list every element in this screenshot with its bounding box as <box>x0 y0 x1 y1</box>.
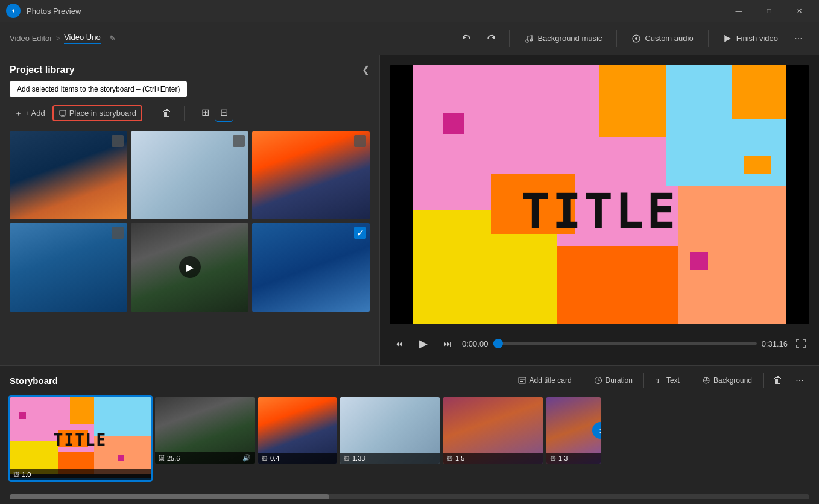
add-label: + Add <box>25 109 45 118</box>
duration-label: Duration <box>606 376 633 385</box>
duration-button[interactable]: Duration <box>588 373 639 388</box>
svg-rect-14 <box>557 246 678 324</box>
background-music-button[interactable]: Background music <box>517 30 609 47</box>
view-list-button[interactable]: ⊟ <box>215 104 233 122</box>
place-in-storyboard-button[interactable]: Place in storyboard <box>52 105 142 121</box>
add-button[interactable]: ＋ + Add <box>10 106 50 121</box>
panel-title: Project library <box>10 65 75 75</box>
sb-divider3 <box>691 373 691 388</box>
clip-duration: 25.6 <box>167 455 180 462</box>
toolbar-divider3 <box>708 30 709 47</box>
add-title-card-button[interactable]: Add title card <box>512 373 578 388</box>
svg-point-4 <box>530 39 533 41</box>
app-name: Photos Preview <box>27 7 81 16</box>
close-button[interactable]: ✕ <box>785 0 813 22</box>
svg-rect-12 <box>732 65 786 119</box>
scrollbar-thumb[interactable] <box>10 494 329 499</box>
video-preview: TITLE <box>390 65 809 324</box>
left-panel: Project library ❮ Add selected items to … <box>0 55 380 365</box>
video-editor-link[interactable]: Video Editor <box>10 34 52 43</box>
clip-icon: 🖼 <box>344 455 350 462</box>
redo-button[interactable] <box>480 28 502 49</box>
storyboard-clip[interactable]: 🖼 1.3 › <box>546 397 601 464</box>
svg-rect-21 <box>519 377 526 383</box>
sb-divider1 <box>583 373 583 388</box>
total-time: 0:31.16 <box>762 339 788 348</box>
undo-button[interactable] <box>456 28 478 49</box>
media-item[interactable]: ✓ <box>252 223 370 311</box>
clip-icon: 🖼 <box>159 455 165 461</box>
storyboard-delete-button[interactable]: 🗑 <box>768 371 788 390</box>
toolbar-actions: Background music Custom audio Finish vid… <box>456 28 809 49</box>
clip-duration: 1.5 <box>455 455 464 462</box>
project-name: Video Uno <box>64 33 100 44</box>
svg-rect-8 <box>60 110 66 115</box>
skip-back-button[interactable]: ⏮ <box>390 334 409 353</box>
panel-collapse-button[interactable]: ❮ <box>362 64 370 75</box>
toolbar: Video Editor > Video Uno ✎ Background mu… <box>0 22 819 55</box>
media-item[interactable] <box>252 131 370 219</box>
more-options-button[interactable]: ··· <box>788 28 809 49</box>
clip-label: 🖼 1.3 <box>546 453 601 464</box>
media-item[interactable]: ▶ <box>131 223 248 311</box>
play-icon: ▶ <box>179 256 201 278</box>
clip-label: 🖼 1.0 <box>10 469 151 480</box>
svg-marker-1 <box>463 36 466 39</box>
scrollbar[interactable] <box>10 494 809 499</box>
play-button[interactable]: ▶ <box>414 334 433 353</box>
maximize-button[interactable]: □ <box>755 0 783 22</box>
storyboard-clip[interactable]: 🖼 1.33 <box>340 397 440 464</box>
delete-button[interactable]: 🗑 <box>157 106 177 121</box>
clip-label: 🖼 1.5 <box>443 453 543 464</box>
storyboard-title: Storyboard <box>10 376 58 386</box>
breadcrumb-sep: > <box>56 34 61 43</box>
clip-duration: 1.0 <box>22 471 31 478</box>
background-button[interactable]: Background <box>696 373 758 388</box>
progress-bar[interactable] <box>493 342 756 345</box>
skip-forward-button[interactable]: ⏭ <box>438 334 457 353</box>
media-checkbox[interactable] <box>112 135 124 147</box>
sb-divider4 <box>763 373 764 388</box>
audio-icon: 🔊 <box>242 454 251 462</box>
back-button[interactable] <box>6 4 21 18</box>
current-time: 0:00.00 <box>462 339 488 348</box>
media-item[interactable] <box>10 223 127 311</box>
window-controls: — □ ✕ <box>725 0 813 22</box>
view-grid-button[interactable]: ⊞ <box>197 104 214 122</box>
svg-marker-2 <box>492 36 495 39</box>
media-item[interactable] <box>131 131 248 219</box>
storyboard-clip[interactable]: 🖼 0.4 <box>258 397 337 464</box>
svg-rect-36 <box>19 412 26 419</box>
storyboard-clip[interactable]: 🖼 25.6 🔊 <box>155 397 255 464</box>
custom-audio-label: Custom audio <box>645 34 693 43</box>
clip-icon: 🖼 <box>262 455 268 462</box>
storyboard-clips: TITLE 🖼 1.0 🖼 25.6 🔊 🖼 0.4 <box>0 395 819 494</box>
media-checkbox[interactable] <box>354 135 366 147</box>
place-label: Place in storyboard <box>69 109 136 118</box>
tooltip-bar: Add selected items to the storyboard – (… <box>10 81 187 97</box>
storyboard-clip[interactable]: 🖼 1.5 <box>443 397 543 464</box>
fullscreen-button[interactable] <box>792 335 809 352</box>
clip-icon: 🖼 <box>13 471 19 478</box>
custom-audio-button[interactable]: Custom audio <box>624 30 700 47</box>
media-checkbox-selected[interactable]: ✓ <box>354 227 366 239</box>
media-item[interactable] <box>10 131 127 219</box>
storyboard-area: Storyboard Add title card Duration T Tex… <box>0 365 819 504</box>
edit-icon[interactable]: ✎ <box>109 34 116 43</box>
svg-rect-19 <box>744 156 771 174</box>
text-button[interactable]: T Text <box>649 373 686 388</box>
minimize-button[interactable]: — <box>725 0 753 22</box>
storyboard-clip[interactable]: TITLE 🖼 1.0 <box>10 397 151 480</box>
right-panel: TITLE ⏮ ▶ ⏭ 0:00.00 0:31.16 <box>380 55 819 365</box>
clip-duration: 1.33 <box>352 455 365 462</box>
finish-video-button[interactable]: Finish video <box>716 30 785 47</box>
media-checkbox[interactable] <box>112 227 124 239</box>
lib-sep2 <box>184 106 185 121</box>
breadcrumb: Video Editor > Video Uno ✎ <box>10 33 116 44</box>
toolbar-divider2 <box>616 30 617 47</box>
progress-thumb[interactable] <box>493 339 503 348</box>
media-checkbox[interactable] <box>233 135 245 147</box>
library-toolbar: ＋ + Add Place in storyboard 🗑 ⊞ ⊟ <box>0 102 379 127</box>
storyboard-more-button[interactable]: ··· <box>790 371 809 390</box>
svg-marker-0 <box>12 8 14 13</box>
